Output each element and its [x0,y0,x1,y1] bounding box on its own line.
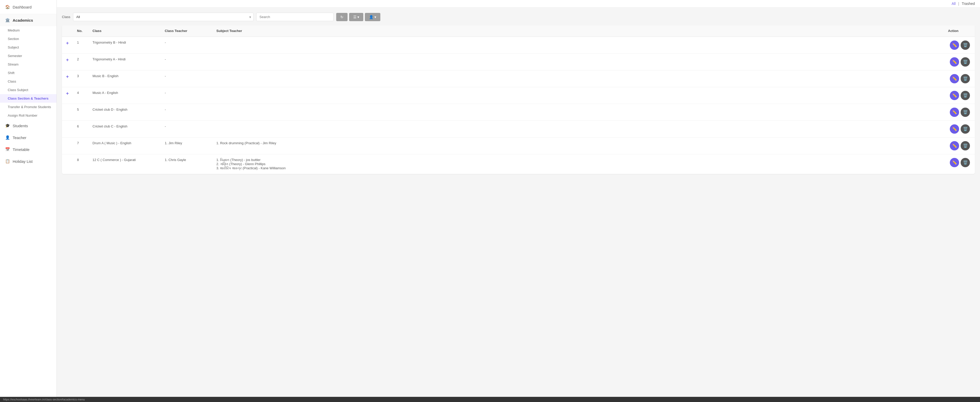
delete-button[interactable]: 🗑️ [961,91,970,100]
class-section-table: No. Class Class Teacher Subject Teacher … [62,25,975,174]
sidebar-item-transfer-promote[interactable]: Transfer & Promote Students [0,103,57,111]
action-cell: ✏️🗑️ [944,37,975,54]
edit-button[interactable]: ✏️ [950,91,959,100]
class-name: Drum A ( Music ) - English [89,138,161,154]
table-row: 7Drum A ( Music ) - English1. Jim Riley1… [62,138,975,154]
sidebar-item-assign-roll[interactable]: Assign Roll Number [0,111,57,120]
timetable-icon: 📅 [5,147,10,152]
row-number: 2 [73,54,89,70]
edit-button[interactable]: ✏️ [950,141,959,151]
table-row: 812 C ( Commerce ) - Gujarati1. Chris Ga… [62,154,975,174]
expand-icon[interactable]: + [66,91,69,96]
class-name: Cricket club D - English [89,104,161,121]
delete-button[interactable]: 🗑️ [961,41,970,50]
class-teacher: - [161,70,212,87]
subject-teacher [212,54,944,70]
table-row: +1Trigonometry B - Hindi-✏️🗑️ [62,37,975,54]
class-teacher: 1. Jim Riley [161,138,212,154]
expand-cell[interactable]: + [62,37,73,54]
edit-button[interactable]: ✏️ [950,124,959,133]
row-number: 6 [73,121,89,138]
delete-button[interactable]: 🗑️ [961,124,970,133]
sidebar-item-medium[interactable]: Medium [0,26,57,35]
expand-icon[interactable]: + [66,57,69,62]
holiday-label: Holiday List [13,159,33,164]
action-cell: ✏️🗑️ [944,54,975,70]
edit-button[interactable]: ✏️ [950,108,959,117]
sidebar-item-class-subject[interactable]: Class Subject [0,86,57,94]
delete-button[interactable]: 🗑️ [961,57,970,67]
expand-cell [62,121,73,138]
subject-teacher: 1. Rock drumming (Practical) - Jim Riley [212,138,944,154]
subject-teacher [212,104,944,121]
row-number: 8 [73,154,89,174]
class-teacher: - [161,104,212,121]
delete-button[interactable]: 🗑️ [961,141,970,151]
edit-button[interactable]: ✏️ [950,74,959,83]
class-teacher: - [161,87,212,104]
table-row: +3Music B - English-✏️🗑️ [62,70,975,87]
edit-button[interactable]: ✏️ [950,41,959,50]
sidebar-section-academics[interactable]: 🏛️ Academics [0,14,57,26]
edit-button[interactable]: ✏️ [950,158,959,167]
class-teacher: 1. Chris Gayle [161,154,212,174]
subject-teacher [212,70,944,87]
sidebar-item-dashboard[interactable]: 🏠 Dashboard [0,0,57,14]
expand-icon[interactable]: + [66,74,69,79]
col-subject-teacher: Subject Teacher [212,25,944,37]
sidebar-item-class-section-teachers[interactable]: Class Section & Teachers [0,94,57,103]
timetable-label: Timetable [13,147,29,152]
col-no: No. [73,25,89,37]
sidebar-item-timetable[interactable]: 📅 Timetable [0,143,57,155]
teacher-icon: 👤 [5,135,10,140]
sidebar-item-shift[interactable]: Shift [0,68,57,77]
delete-button[interactable]: 🗑️ [961,158,970,167]
table-body: +1Trigonometry B - Hindi-✏️🗑️+2Trigonome… [62,37,975,174]
sidebar-item-section[interactable]: Section [0,35,57,43]
row-number: 1 [73,37,89,54]
content-area: Class All ↻ ☰ ▾ 👤 ▾ No. Class Class Tea [57,8,980,402]
class-filter-select[interactable]: All [73,13,254,21]
class-name: Trigonometry A - Hindi [89,54,161,70]
separator: | [958,2,959,6]
subject-teacher [212,121,944,138]
subject-teacher [212,37,944,54]
trashed-link[interactable]: Trashed [962,2,975,6]
class-filter-wrapper: All [73,13,254,21]
delete-button[interactable]: 🗑️ [961,108,970,117]
col-action: Action [944,25,975,37]
holiday-icon: 📋 [5,159,10,164]
class-name: Music A - English [89,87,161,104]
expand-cell[interactable]: + [62,54,73,70]
class-name: Cricket club C - English [89,121,161,138]
filter-row: Class All ↻ ☰ ▾ 👤 ▾ [62,13,975,21]
expand-cell[interactable]: + [62,87,73,104]
sidebar-item-stream[interactable]: Stream [0,60,57,68]
sidebar-item-semester[interactable]: Semester [0,52,57,60]
sidebar-item-students[interactable]: 🎓 Students [0,120,57,132]
expand-icon[interactable]: + [66,41,69,46]
action-cell: ✏️🗑️ [944,154,975,174]
toolbar-buttons: ↻ ☰ ▾ 👤 ▾ [336,13,380,21]
sidebar: 🏠 Dashboard 🏛️ Academics MediumSectionSu… [0,0,57,402]
col-class-teacher: Class Teacher [161,25,212,37]
search-input[interactable] [256,13,334,21]
class-name: Trigonometry B - Hindi [89,37,161,54]
class-teacher: - [161,121,212,138]
row-number: 7 [73,138,89,154]
refresh-button[interactable]: ↻ [336,13,348,21]
row-number: 3 [73,70,89,87]
sidebar-item-class[interactable]: Class [0,77,57,86]
list-view-button[interactable]: ☰ ▾ [349,13,364,21]
all-link[interactable]: All [951,2,956,6]
action-cell: ✏️🗑️ [944,104,975,121]
sidebar-item-teacher[interactable]: 👤 Teacher [0,132,57,143]
edit-button[interactable]: ✏️ [950,57,959,67]
sidebar-item-subject[interactable]: Subject [0,43,57,52]
expand-cell[interactable]: + [62,70,73,87]
delete-button[interactable]: 🗑️ [961,74,970,83]
sidebar-item-holiday-list[interactable]: 📋 Holiday List [0,155,57,167]
export-button[interactable]: 👤 ▾ [365,13,380,21]
expand-cell [62,154,73,174]
table-row: +2Trigonometry A - Hindi-✏️🗑️ [62,54,975,70]
